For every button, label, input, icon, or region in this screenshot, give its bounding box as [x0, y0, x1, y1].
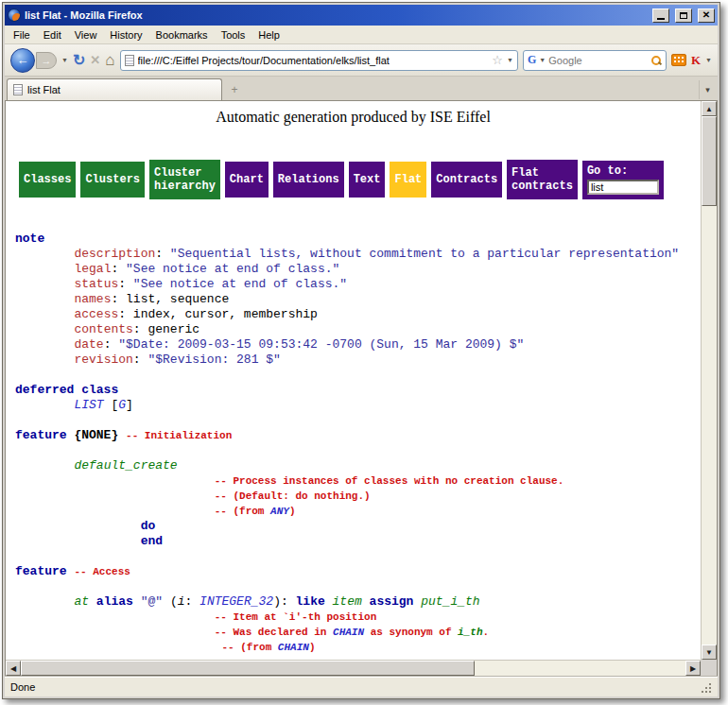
class-link[interactable]: CHAIN	[333, 627, 364, 638]
code-line: deferred class	[15, 383, 691, 398]
class-link[interactable]: CHAIN	[278, 642, 309, 653]
class-link[interactable]: LIST	[74, 398, 103, 412]
menu-file[interactable]: File	[7, 27, 37, 43]
nav-button-relations[interactable]: Relations	[273, 162, 344, 198]
nav-button-flat[interactable]: Flat	[390, 162, 426, 198]
horizontal-scroll-thumb[interactable]	[21, 661, 475, 676]
nav-button-chart[interactable]: Chart	[225, 162, 269, 198]
minimize-button[interactable]	[652, 9, 669, 23]
nav-button-label: Chart	[230, 173, 264, 186]
google-engine-icon[interactable]: G	[528, 53, 536, 67]
nav-button-classes[interactable]: Classes	[19, 162, 76, 198]
code-text: date	[74, 337, 103, 352]
new-tab-button[interactable]: +	[226, 81, 243, 98]
class-link[interactable]: G	[118, 398, 126, 412]
code-text: : index, cursor, membership	[118, 307, 318, 321]
menu-tools[interactable]: Tools	[215, 27, 252, 43]
reload-button[interactable]: ↻	[73, 53, 85, 68]
history-dropdown[interactable]: ▼	[61, 57, 68, 63]
scroll-left-button[interactable]: ◀	[6, 661, 21, 676]
code-line: -- (from ANY)	[15, 504, 691, 519]
class-link[interactable]: ANY	[270, 506, 289, 517]
back-icon: ←	[17, 53, 29, 67]
menu-help[interactable]: Help	[251, 27, 286, 43]
nav-button-label: Cluster	[154, 166, 216, 180]
scroll-right-button[interactable]: ▶	[685, 661, 701, 676]
nav-button-label: Go to:	[587, 164, 659, 178]
code-text	[325, 594, 333, 609]
menu-bookmarks[interactable]: Bookmarks	[149, 27, 215, 43]
code-text	[15, 504, 215, 518]
stop-button[interactable]: ✕	[90, 53, 100, 68]
nav-button-go-to[interactable]: Go to:	[582, 161, 664, 199]
maximize-button[interactable]	[675, 9, 692, 23]
vertical-scroll-thumb[interactable]	[702, 116, 717, 206]
code-text	[15, 292, 74, 306]
url-dropdown[interactable]: ▼	[507, 57, 513, 63]
bookmark-star-icon[interactable]: ☆	[492, 53, 503, 67]
nav-button-cluster-hierarchy[interactable]: Clusterhierarchy	[149, 160, 220, 199]
menu-view[interactable]: View	[68, 27, 104, 43]
forward-icon: →	[42, 55, 52, 66]
code-text: (	[163, 594, 178, 609]
nav-button-label: Text	[354, 173, 381, 186]
scroll-up-button[interactable]: ▲	[702, 101, 717, 116]
back-button[interactable]: ←	[10, 48, 35, 73]
code-line: do	[15, 519, 691, 534]
nav-button-text[interactable]: Text	[349, 162, 386, 198]
list-all-tabs-button[interactable]: ▾	[699, 80, 716, 99]
kaspersky-addon-icon[interactable]: K	[691, 53, 701, 68]
feature-name: put_i_th	[421, 594, 479, 609]
nav-button-contracts[interactable]: Contracts	[431, 162, 502, 198]
goto-input[interactable]	[587, 180, 659, 195]
search-engine-dropdown[interactable]: ▼	[539, 57, 546, 63]
horizontal-scrollbar[interactable]: ◀ ▶	[6, 660, 701, 676]
vertical-scroll-track[interactable]	[702, 116, 717, 645]
search-input[interactable]	[548, 55, 648, 66]
code-line: LIST [G]	[15, 398, 691, 413]
vertical-scrollbar[interactable]: ▲ ▼	[701, 101, 717, 660]
nav-button-clusters[interactable]: Clusters	[80, 162, 145, 198]
scrollbar-corner	[701, 660, 717, 676]
firefox-icon	[8, 9, 21, 22]
feature-name: at	[74, 594, 89, 609]
code-text: :	[185, 594, 200, 609]
toolbar-overflow-dropdown[interactable]: ▼	[705, 57, 712, 63]
page-title: Automatic generation produced by ISE Eif…	[15, 109, 691, 126]
code-text: "@"	[141, 594, 163, 609]
close-button[interactable]: ✕	[698, 9, 715, 23]
tab-list-flat[interactable]: list Flat	[7, 78, 222, 100]
code-text: names	[74, 292, 111, 306]
code-text: like	[296, 594, 325, 609]
feature-name: default_create	[74, 458, 177, 473]
search-box[interactable]: G ▼	[523, 50, 667, 71]
code-line: names: list, sequence	[15, 292, 691, 307]
navigation-toolbar: ← → ▼ ↻ ✕ ⌂ ☆ ▼ G ▼ K ▼	[5, 44, 718, 77]
code-text: description	[74, 247, 155, 261]
virtual-keyboard-addon-icon[interactable]	[671, 54, 686, 66]
nav-button-flat-contracts[interactable]: Flatcontracts	[507, 160, 578, 199]
menu-edit[interactable]: Edit	[37, 27, 68, 43]
code-text: legal	[74, 262, 111, 276]
nav-button-label: Clusters	[85, 173, 140, 186]
resize-grip[interactable]	[700, 681, 712, 694]
nav-button-label: Contracts	[436, 173, 497, 186]
code-line: default_create	[15, 458, 691, 473]
url-bar[interactable]: ☆ ▼	[120, 50, 518, 71]
home-button[interactable]: ⌂	[105, 53, 114, 68]
menu-history[interactable]: History	[103, 27, 148, 43]
code-line: at alias "@" (i: INTEGER_32): like item …	[15, 594, 691, 610]
code-text	[15, 458, 74, 473]
horizontal-scroll-track[interactable]	[21, 661, 685, 676]
scroll-down-button[interactable]: ▼	[702, 645, 717, 660]
code-text	[362, 594, 370, 609]
forward-button[interactable]: →	[36, 52, 57, 69]
code-text: -- Was declared in	[215, 627, 333, 638]
class-link[interactable]: INTEGER_32	[199, 594, 273, 609]
browser-window: list Flat - Mozilla Firefox ✕ FileEditVi…	[2, 2, 720, 699]
url-input[interactable]	[138, 55, 489, 66]
code-text: :	[118, 277, 133, 291]
menu-bar: FileEditViewHistoryBookmarksToolsHelp	[5, 26, 718, 44]
code-line: -- Item at `i'-th position	[15, 610, 691, 625]
search-icon[interactable]	[650, 55, 662, 66]
